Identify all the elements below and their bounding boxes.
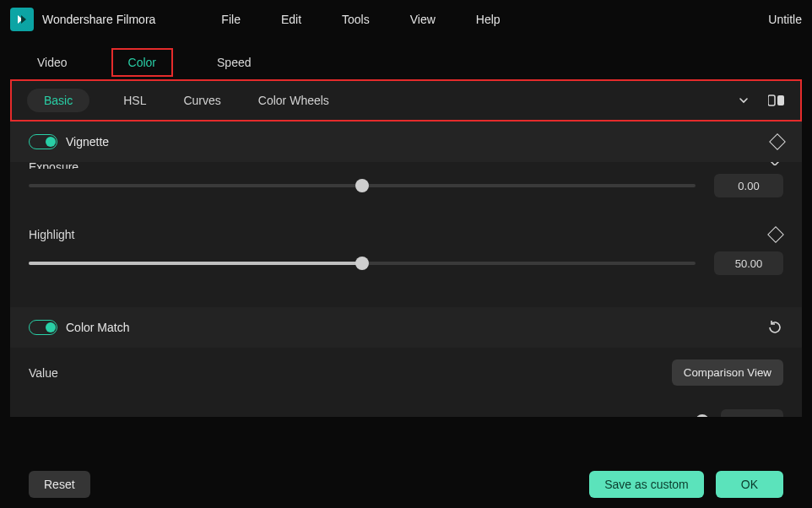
- exposure-value[interactable]: 0.00: [714, 174, 783, 197]
- color-match-slider[interactable]: [29, 413, 702, 417]
- vignette-toggle[interactable]: [29, 134, 57, 149]
- svg-rect-0: [768, 95, 775, 105]
- exposure-slider[interactable]: [29, 178, 696, 193]
- keyframe-diamond-icon[interactable]: [767, 226, 784, 243]
- compare-view-icon[interactable]: [768, 95, 785, 106]
- highlight-slider[interactable]: [29, 256, 696, 271]
- color-match-value-unit: %: [765, 415, 775, 418]
- reset-button[interactable]: Reset: [29, 471, 90, 498]
- exposure-label: Exposure: [29, 162, 78, 169]
- color-match-value[interactable]: 100 %: [721, 409, 783, 417]
- comparison-view-button[interactable]: Comparison View: [672, 359, 783, 386]
- tab-color[interactable]: Color: [111, 48, 173, 77]
- subtab-basic[interactable]: Basic: [27, 89, 89, 112]
- document-title: Untitle: [768, 13, 802, 26]
- svg-rect-1: [777, 95, 784, 105]
- scroll-area: Exposure 0.00: [10, 162, 802, 417]
- footer-actions: Reset Save as custom OK: [29, 435, 783, 498]
- tab-speed[interactable]: Speed: [217, 50, 251, 75]
- collapse-icon[interactable]: [738, 95, 750, 106]
- menu-bar: Wondershare Filmora File Edit Tools View…: [0, 0, 812, 39]
- keyframe-half-icon[interactable]: [768, 162, 782, 165]
- menu-file[interactable]: File: [221, 13, 241, 26]
- menu-edit[interactable]: Edit: [281, 13, 301, 26]
- top-tabs: Video Color Speed: [10, 46, 802, 79]
- toggle-knob-icon: [46, 137, 56, 147]
- color-match-toggle[interactable]: [29, 320, 57, 335]
- keyframe-diamond-icon[interactable]: [769, 133, 786, 150]
- exposure-block: Exposure 0.00: [10, 162, 802, 206]
- color-match-body: Value Comparison View 100 %: [10, 348, 802, 417]
- save-as-custom-button[interactable]: Save as custom: [589, 471, 704, 498]
- subtab-color-wheels[interactable]: Color Wheels: [258, 94, 329, 107]
- reset-circle-icon[interactable]: [766, 319, 783, 336]
- vignette-label: Vignette: [66, 135, 109, 149]
- color-match-value-number: 100: [729, 415, 748, 418]
- ok-button[interactable]: OK: [716, 471, 783, 498]
- vignette-section: Vignette: [10, 122, 802, 162]
- toggle-knob-icon: [46, 322, 56, 332]
- menu-view[interactable]: View: [410, 13, 436, 26]
- properties-panel: Video Color Speed Basic HSL Curves Color…: [10, 46, 802, 506]
- menu-tools[interactable]: Tools: [342, 13, 370, 26]
- subtab-hsl[interactable]: HSL: [123, 94, 146, 107]
- highlight-label: Highlight: [29, 228, 74, 241]
- app-logo-icon: [10, 8, 34, 31]
- color-subtabs: Basic HSL Curves Color Wheels: [10, 79, 802, 122]
- tab-video[interactable]: Video: [37, 50, 68, 75]
- menu-help[interactable]: Help: [476, 13, 501, 26]
- subtab-curves[interactable]: Curves: [183, 94, 220, 107]
- value-label: Value: [29, 366, 58, 380]
- app-name: Wondershare Filmora: [42, 13, 155, 26]
- color-match-section: Color Match: [10, 307, 802, 348]
- highlight-value[interactable]: 50.00: [714, 251, 783, 275]
- color-match-label: Color Match: [66, 321, 129, 334]
- highlight-block: Highlight 50.00: [10, 221, 802, 284]
